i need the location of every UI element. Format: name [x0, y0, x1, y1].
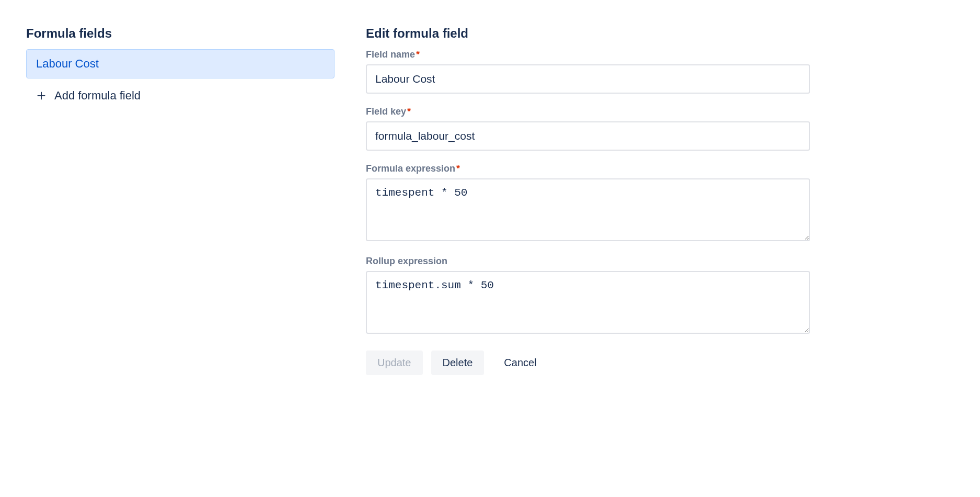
field-key-input[interactable] [366, 121, 810, 151]
update-button[interactable]: Update [366, 351, 423, 375]
formula-fields-sidebar: Formula fields Labour Cost Add formula f… [26, 26, 335, 375]
add-formula-field-button[interactable]: Add formula field [26, 81, 335, 111]
sidebar-heading: Formula fields [26, 26, 335, 41]
field-name-group: Field name* [366, 49, 810, 94]
cancel-button[interactable]: Cancel [492, 351, 548, 375]
field-name-input[interactable] [366, 64, 810, 94]
formula-expression-group: Formula expression* [366, 163, 810, 243]
field-list: Labour Cost [26, 49, 335, 78]
field-key-label: Field key* [366, 106, 810, 117]
rollup-expression-textarea[interactable] [366, 271, 810, 334]
add-button-label: Add formula field [54, 89, 141, 103]
required-asterisk: * [416, 49, 420, 60]
edit-formula-form: Edit formula field Field name* Field key… [366, 26, 810, 375]
formula-expression-label: Formula expression* [366, 163, 810, 174]
rollup-expression-group: Rollup expression [366, 256, 810, 336]
delete-button[interactable]: Delete [431, 351, 485, 375]
required-asterisk: * [456, 163, 460, 174]
form-button-row: Update Delete Cancel [366, 351, 810, 375]
field-list-item-label: Labour Cost [36, 57, 99, 70]
field-list-item-labour-cost[interactable]: Labour Cost [26, 49, 335, 78]
field-name-label: Field name* [366, 49, 810, 60]
required-asterisk: * [407, 106, 411, 117]
formula-expression-textarea[interactable] [366, 178, 810, 241]
rollup-expression-label: Rollup expression [366, 256, 810, 267]
form-heading: Edit formula field [366, 26, 810, 41]
plus-icon [36, 90, 47, 101]
field-key-group: Field key* [366, 106, 810, 151]
